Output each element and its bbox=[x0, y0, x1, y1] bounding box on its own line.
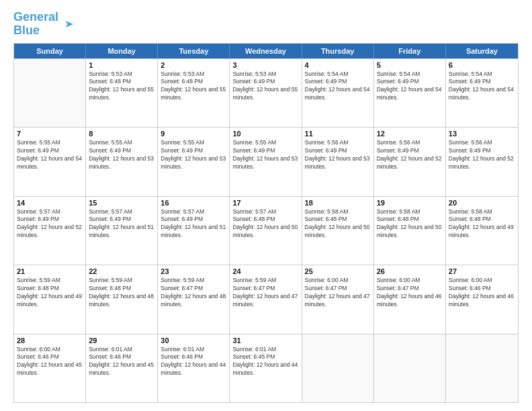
day-info: Sunrise: 6:01 AMSunset: 6:46 PMDaylight:… bbox=[161, 346, 226, 378]
day-number: 30 bbox=[161, 336, 226, 345]
day-cell: 9Sunrise: 5:55 AMSunset: 6:49 PMDaylight… bbox=[158, 128, 230, 195]
day-cell bbox=[14, 59, 86, 127]
day-number: 12 bbox=[377, 130, 443, 138]
day-cell: 5Sunrise: 5:54 AMSunset: 6:49 PMDaylight… bbox=[374, 59, 446, 127]
week-row-1: 7Sunrise: 5:55 AMSunset: 6:49 PMDaylight… bbox=[14, 127, 518, 195]
week-row-2: 14Sunrise: 5:57 AMSunset: 6:49 PMDayligh… bbox=[14, 196, 518, 265]
weekday-header-monday: Monday bbox=[86, 44, 158, 58]
day-cell: 30Sunrise: 6:01 AMSunset: 6:46 PMDayligh… bbox=[158, 334, 230, 402]
calendar-body: 1Sunrise: 5:53 AMSunset: 6:48 PMDaylight… bbox=[14, 58, 518, 402]
day-number: 9 bbox=[161, 130, 226, 138]
day-cell: 24Sunrise: 5:59 AMSunset: 6:47 PMDayligh… bbox=[230, 265, 302, 333]
day-info: Sunrise: 5:59 AMSunset: 6:48 PMDaylight:… bbox=[17, 277, 83, 309]
day-cell: 27Sunrise: 6:00 AMSunset: 6:46 PMDayligh… bbox=[446, 265, 518, 333]
day-cell: 2Sunrise: 5:53 AMSunset: 6:48 PMDaylight… bbox=[158, 59, 230, 127]
day-info: Sunrise: 5:54 AMSunset: 6:49 PMDaylight:… bbox=[449, 71, 515, 103]
weekday-header-tuesday: Tuesday bbox=[158, 44, 230, 58]
day-number: 18 bbox=[305, 199, 371, 207]
day-cell bbox=[302, 334, 374, 402]
day-info: Sunrise: 5:54 AMSunset: 6:49 PMDaylight:… bbox=[377, 71, 443, 103]
day-info: Sunrise: 5:53 AMSunset: 6:49 PMDaylight:… bbox=[232, 71, 298, 103]
day-number: 23 bbox=[161, 267, 226, 275]
day-cell: 28Sunrise: 6:00 AMSunset: 6:46 PMDayligh… bbox=[14, 334, 86, 402]
day-info: Sunrise: 5:58 AMSunset: 6:48 PMDaylight:… bbox=[377, 208, 443, 240]
svg-marker-0 bbox=[65, 21, 73, 28]
day-info: Sunrise: 6:00 AMSunset: 6:46 PMDaylight:… bbox=[449, 277, 515, 309]
day-cell: 11Sunrise: 5:56 AMSunset: 6:49 PMDayligh… bbox=[302, 128, 374, 195]
day-cell: 3Sunrise: 5:53 AMSunset: 6:49 PMDaylight… bbox=[230, 59, 302, 127]
day-info: Sunrise: 5:59 AMSunset: 6:47 PMDaylight:… bbox=[161, 277, 226, 309]
day-number: 4 bbox=[305, 61, 371, 69]
day-cell: 16Sunrise: 5:57 AMSunset: 6:49 PMDayligh… bbox=[158, 197, 230, 265]
day-info: Sunrise: 5:55 AMSunset: 6:49 PMDaylight:… bbox=[232, 139, 298, 171]
day-info: Sunrise: 5:56 AMSunset: 6:49 PMDaylight:… bbox=[449, 139, 515, 171]
day-cell: 4Sunrise: 5:54 AMSunset: 6:49 PMDaylight… bbox=[302, 59, 374, 127]
day-cell: 20Sunrise: 5:58 AMSunset: 6:48 PMDayligh… bbox=[446, 197, 518, 265]
day-info: Sunrise: 5:57 AMSunset: 6:49 PMDaylight:… bbox=[17, 208, 83, 240]
logo-general: General bbox=[13, 10, 58, 24]
logo-blue: Blue bbox=[13, 24, 40, 37]
day-number: 22 bbox=[89, 267, 154, 275]
day-cell: 31Sunrise: 6:01 AMSunset: 6:45 PMDayligh… bbox=[230, 334, 302, 402]
logo-text: General Blue bbox=[13, 11, 58, 38]
day-number: 26 bbox=[377, 267, 443, 275]
weekday-header-thursday: Thursday bbox=[302, 44, 374, 58]
calendar: SundayMondayTuesdayWednesdayThursdayFrid… bbox=[13, 43, 519, 403]
day-cell: 14Sunrise: 5:57 AMSunset: 6:49 PMDayligh… bbox=[14, 197, 86, 265]
day-info: Sunrise: 5:58 AMSunset: 6:48 PMDaylight:… bbox=[305, 208, 371, 240]
day-number: 2 bbox=[161, 61, 226, 69]
day-info: Sunrise: 5:56 AMSunset: 6:49 PMDaylight:… bbox=[377, 139, 443, 171]
day-number: 17 bbox=[232, 199, 298, 207]
day-cell: 18Sunrise: 5:58 AMSunset: 6:48 PMDayligh… bbox=[302, 197, 374, 265]
day-info: Sunrise: 5:57 AMSunset: 6:49 PMDaylight:… bbox=[161, 208, 226, 240]
day-cell: 15Sunrise: 5:57 AMSunset: 6:49 PMDayligh… bbox=[86, 197, 158, 265]
day-number: 11 bbox=[305, 130, 371, 138]
header: General Blue bbox=[13, 11, 519, 38]
day-number: 10 bbox=[232, 130, 298, 138]
day-cell: 19Sunrise: 5:58 AMSunset: 6:48 PMDayligh… bbox=[374, 197, 446, 265]
day-info: Sunrise: 5:56 AMSunset: 6:49 PMDaylight:… bbox=[305, 139, 371, 171]
day-cell: 21Sunrise: 5:59 AMSunset: 6:48 PMDayligh… bbox=[14, 265, 86, 333]
day-cell: 12Sunrise: 5:56 AMSunset: 6:49 PMDayligh… bbox=[374, 128, 446, 195]
day-info: Sunrise: 5:57 AMSunset: 6:48 PMDaylight:… bbox=[232, 208, 298, 240]
day-number: 7 bbox=[17, 130, 83, 138]
day-number: 15 bbox=[89, 199, 154, 207]
day-number: 16 bbox=[161, 199, 226, 207]
week-row-4: 28Sunrise: 6:00 AMSunset: 6:46 PMDayligh… bbox=[14, 334, 518, 402]
day-number: 6 bbox=[449, 61, 515, 69]
day-info: Sunrise: 5:53 AMSunset: 6:48 PMDaylight:… bbox=[89, 71, 154, 103]
day-number: 14 bbox=[17, 199, 83, 207]
day-number: 25 bbox=[305, 267, 371, 275]
day-info: Sunrise: 5:57 AMSunset: 6:49 PMDaylight:… bbox=[89, 208, 154, 240]
day-info: Sunrise: 5:53 AMSunset: 6:48 PMDaylight:… bbox=[161, 71, 226, 103]
day-info: Sunrise: 6:00 AMSunset: 6:46 PMDaylight:… bbox=[17, 346, 83, 378]
day-cell: 29Sunrise: 6:01 AMSunset: 6:46 PMDayligh… bbox=[86, 334, 158, 402]
weekday-header-wednesday: Wednesday bbox=[230, 44, 302, 58]
day-number: 5 bbox=[377, 61, 443, 69]
day-number: 21 bbox=[17, 267, 83, 275]
day-info: Sunrise: 6:00 AMSunset: 6:47 PMDaylight:… bbox=[305, 277, 371, 309]
week-row-0: 1Sunrise: 5:53 AMSunset: 6:48 PMDaylight… bbox=[14, 58, 518, 127]
week-row-3: 21Sunrise: 5:59 AMSunset: 6:48 PMDayligh… bbox=[14, 265, 518, 333]
day-number: 13 bbox=[449, 130, 515, 138]
day-cell: 6Sunrise: 5:54 AMSunset: 6:49 PMDaylight… bbox=[446, 59, 518, 127]
day-info: Sunrise: 5:59 AMSunset: 6:48 PMDaylight:… bbox=[89, 277, 154, 309]
day-info: Sunrise: 6:00 AMSunset: 6:47 PMDaylight:… bbox=[377, 277, 443, 309]
day-cell: 7Sunrise: 5:55 AMSunset: 6:49 PMDaylight… bbox=[14, 128, 86, 195]
day-number: 1 bbox=[89, 61, 154, 69]
day-number: 27 bbox=[449, 267, 515, 275]
day-number: 20 bbox=[449, 199, 515, 207]
day-info: Sunrise: 6:01 AMSunset: 6:45 PMDaylight:… bbox=[232, 346, 298, 378]
day-cell: 13Sunrise: 5:56 AMSunset: 6:49 PMDayligh… bbox=[446, 128, 518, 195]
day-cell: 22Sunrise: 5:59 AMSunset: 6:48 PMDayligh… bbox=[86, 265, 158, 333]
day-cell: 1Sunrise: 5:53 AMSunset: 6:48 PMDaylight… bbox=[86, 59, 158, 127]
day-info: Sunrise: 6:01 AMSunset: 6:46 PMDaylight:… bbox=[89, 346, 154, 378]
day-info: Sunrise: 5:58 AMSunset: 6:48 PMDaylight:… bbox=[449, 208, 515, 240]
page: General Blue SundayMondayTuesdayWednesda… bbox=[0, 0, 532, 411]
weekday-header-friday: Friday bbox=[374, 44, 446, 58]
day-info: Sunrise: 5:55 AMSunset: 6:49 PMDaylight:… bbox=[161, 139, 226, 171]
weekday-header-sunday: Sunday bbox=[14, 44, 86, 58]
day-number: 29 bbox=[89, 336, 154, 345]
logo: General Blue bbox=[13, 11, 73, 38]
day-cell: 25Sunrise: 6:00 AMSunset: 6:47 PMDayligh… bbox=[302, 265, 374, 333]
